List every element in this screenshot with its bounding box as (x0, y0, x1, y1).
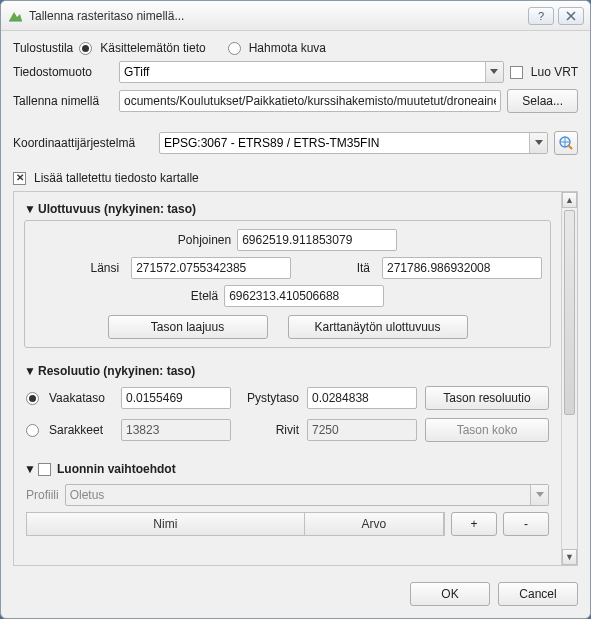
scroll-up-icon[interactable]: ▲ (562, 192, 577, 208)
south-input[interactable] (224, 285, 384, 307)
scrollbar-thumb[interactable] (564, 210, 575, 415)
scrollbar-track[interactable] (562, 208, 577, 549)
canvas-extent-button[interactable]: Karttanäytön ulottuvuus (288, 315, 468, 339)
output-mode-label: Tulostustila (13, 41, 73, 55)
dialog-body: Tulostustila Käsittelemätön tieto Hahmot… (1, 31, 590, 574)
create-options-title: Luonnin vaihtoehdot (57, 462, 176, 476)
east-input[interactable] (382, 257, 542, 279)
close-button[interactable] (558, 7, 584, 25)
west-input[interactable] (131, 257, 291, 279)
north-label: Pohjoinen (178, 233, 231, 247)
resolution-horizontal-row: Vaakataso Pystytaso Tason resoluutio (26, 386, 549, 410)
window-title: Tallenna rasteritaso nimellä... (29, 9, 524, 23)
scroll-down-icon[interactable]: ▼ (562, 549, 577, 565)
horizontal-label: Vaakataso (49, 391, 113, 405)
save-as-input[interactable] (119, 90, 501, 112)
save-as-label: Tallenna nimellä (13, 94, 113, 108)
file-format-label: Tiedostomuoto (13, 65, 113, 79)
add-to-map-label: Lisää talletettu tiedosto kartalle (34, 171, 199, 185)
ok-button[interactable]: OK (410, 582, 490, 606)
dialog-footer: OK Cancel (1, 574, 590, 618)
chevron-down-icon (529, 133, 547, 153)
app-icon (7, 8, 23, 24)
vertical-scrollbar[interactable]: ▲ ▼ (561, 192, 577, 565)
radio-horizontal[interactable] (26, 392, 39, 405)
resolution-section-header[interactable]: ▼ Resoluutio (nykyinen: taso) (24, 362, 551, 382)
crs-combo[interactable]: EPSG:3067 - ETRS89 / ETRS-TM35FIN (159, 132, 548, 154)
crs-label: Koordinaattijärjestelmä (13, 136, 153, 150)
disclosure-triangle-icon: ▼ (24, 364, 34, 378)
south-label: Etelä (191, 289, 218, 303)
profile-value: Oletus (70, 488, 105, 502)
extent-title: Ulottuvuus (nykyinen: taso) (38, 202, 196, 216)
select-crs-button[interactable] (554, 131, 578, 155)
crs-row: Koordinaattijärjestelmä EPSG:3067 - ETRS… (13, 131, 578, 155)
radio-columns[interactable] (26, 424, 39, 437)
columns-label: Sarakkeet (49, 423, 113, 437)
layer-resolution-button[interactable]: Tason resoluutio (425, 386, 549, 410)
radio-raw-data[interactable] (79, 42, 92, 55)
dialog-window: Tallenna rasteritaso nimellä... ? Tulost… (0, 0, 591, 619)
options-table-header: Nimi Arvo (26, 512, 445, 536)
browse-button[interactable]: Selaa... (507, 89, 578, 113)
rows-input (307, 419, 417, 441)
radio-raw-data-label: Käsittelemätön tieto (100, 41, 205, 55)
options-scrollpane: ▼ Ulottuvuus (nykyinen: taso) Pohjoinen … (13, 191, 578, 566)
title-bar[interactable]: Tallenna rasteritaso nimellä... ? (1, 1, 590, 31)
column-value: Arvo (305, 513, 444, 535)
columns-input (121, 419, 231, 441)
file-format-row: Tiedostomuoto GTiff Luo VRT (13, 61, 578, 83)
layer-extent-button[interactable]: Tason laajuus (108, 315, 268, 339)
create-options-section-header[interactable]: ▼ Luonnin vaihtoehdot (24, 460, 551, 480)
remove-option-button[interactable]: - (503, 512, 549, 536)
horizontal-input[interactable] (121, 387, 231, 409)
extent-group: Pohjoinen Länsi Itä Etelä Tason la (24, 220, 551, 348)
profile-label: Profiili (26, 488, 59, 502)
column-name: Nimi (27, 513, 305, 535)
disclosure-triangle-icon: ▼ (24, 202, 34, 216)
create-vrt-checkbox[interactable] (510, 66, 523, 79)
north-input[interactable] (237, 229, 397, 251)
profile-combo: Oletus (65, 484, 549, 506)
east-label: Itä (299, 261, 374, 275)
extent-section-header[interactable]: ▼ Ulottuvuus (nykyinen: taso) (24, 200, 551, 220)
add-option-button[interactable]: + (451, 512, 497, 536)
save-as-row: Tallenna nimellä Selaa... (13, 89, 578, 113)
add-to-map-row: Lisää talletettu tiedosto kartalle (13, 171, 578, 185)
cancel-button[interactable]: Cancel (498, 582, 578, 606)
create-vrt-label: Luo VRT (531, 65, 578, 79)
radio-rendered-image-label: Hahmota kuva (249, 41, 326, 55)
disclosure-triangle-icon: ▼ (24, 462, 34, 476)
vertical-label: Pystytaso (239, 391, 299, 405)
file-format-value: GTiff (124, 65, 149, 79)
radio-rendered-image[interactable] (228, 42, 241, 55)
west-label: Länsi (33, 261, 123, 275)
create-options-checkbox[interactable] (38, 463, 51, 476)
vertical-input[interactable] (307, 387, 417, 409)
help-button[interactable]: ? (528, 7, 554, 25)
output-mode-row: Tulostustila Käsittelemätön tieto Hahmot… (13, 41, 578, 55)
resolution-columns-row: Sarakkeet Rivit Tason koko (26, 418, 549, 442)
file-format-combo[interactable]: GTiff (119, 61, 504, 83)
rows-label: Rivit (239, 423, 299, 437)
add-to-map-checkbox[interactable] (13, 172, 26, 185)
crs-value: EPSG:3067 - ETRS89 / ETRS-TM35FIN (164, 136, 379, 150)
resolution-title: Resoluutio (nykyinen: taso) (38, 364, 195, 378)
chevron-down-icon (530, 485, 548, 505)
layer-size-button: Tason koko (425, 418, 549, 442)
chevron-down-icon (485, 62, 503, 82)
